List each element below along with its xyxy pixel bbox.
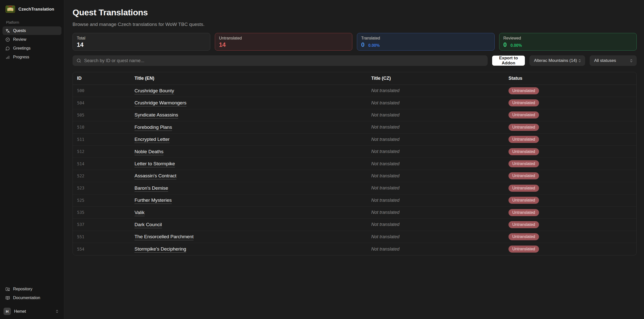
status-badge: Untranslated <box>509 221 539 228</box>
table-row[interactable]: 500 Crushridge Bounty Not translated Unt… <box>73 85 636 97</box>
sidebar-item-label: Greetings <box>13 46 30 51</box>
quest-title-cz: Not translated <box>371 234 509 240</box>
status-badge: Untranslated <box>509 246 539 253</box>
chevrons-up-down-icon <box>55 309 59 313</box>
quest-title-link[interactable]: Foreboding Plans <box>134 125 172 130</box>
stat-value: 14 <box>219 41 226 48</box>
table-row[interactable]: 554 Stormpike's Deciphering Not translat… <box>73 243 636 255</box>
quest-id: 535 <box>77 210 134 215</box>
stat-label: Total <box>77 36 206 41</box>
quest-title-cz: Not translated <box>371 137 509 142</box>
quest-id: 537 <box>77 222 134 227</box>
search-box[interactable] <box>73 55 488 66</box>
status-badge: Untranslated <box>509 160 539 167</box>
quest-title-cz: Not translated <box>371 125 509 130</box>
quest-title-link[interactable]: Baron's Demise <box>134 185 168 191</box>
stat-percent: 0.00% <box>368 43 380 48</box>
quest-title-link[interactable]: Dark Council <box>134 222 162 227</box>
main-content: Quest Translations Browse and manage Cze… <box>64 0 644 319</box>
status-badge: Untranslated <box>509 233 539 240</box>
table-row[interactable]: 523 Baron's Demise Not translated Untran… <box>73 182 636 194</box>
quest-title-cz: Not translated <box>371 88 509 93</box>
quest-id: 522 <box>77 174 134 178</box>
table-header-row: ID Title (EN) Title (CZ) Status <box>73 72 636 85</box>
sidebar-item-label: Review <box>13 37 26 42</box>
sidebar-item-documentation[interactable]: Documentation <box>3 294 61 302</box>
app-logo-icon <box>6 6 15 13</box>
quest-id: 505 <box>77 113 134 117</box>
table-row[interactable]: 511 Encrypted Letter Not translated Untr… <box>73 134 636 146</box>
controls-row: Export to Addon Alterac Mountains (14) A… <box>73 55 637 66</box>
quest-id: 523 <box>77 186 134 190</box>
quest-title-link[interactable]: Encrypted Letter <box>134 137 170 142</box>
sidebar-item-label: Documentation <box>13 296 40 300</box>
zone-filter-select[interactable]: Alterac Mountains (14) <box>529 55 585 66</box>
quest-id: 500 <box>77 88 134 93</box>
sidebar-item-label: Repository <box>13 287 32 291</box>
export-to-addon-button[interactable]: Export to Addon <box>492 56 525 66</box>
sidebar-footer-nav: Repository Documentation <box>3 285 61 302</box>
table-row[interactable]: 512 Noble Deaths Not translated Untransl… <box>73 146 636 158</box>
search-icon <box>77 58 81 63</box>
status-badge: Untranslated <box>509 136 539 143</box>
sidebar-item-progress[interactable]: Progress <box>3 53 61 61</box>
status-badge: Untranslated <box>509 99 539 106</box>
user-menu[interactable]: H Hemet <box>3 306 61 315</box>
quest-title-link[interactable]: Further Mysteries <box>134 197 172 203</box>
user-name: Hemet <box>14 309 52 314</box>
table-row[interactable]: 535 Valik Not translated Untranslated <box>73 207 636 219</box>
table-row[interactable]: 505 Syndicate Assassins Not translated U… <box>73 109 636 121</box>
quest-title-link[interactable]: The Ensorcelled Parchment <box>134 234 193 239</box>
table-row[interactable]: 514 Letter to Stormpike Not translated U… <box>73 158 636 170</box>
stat-card-reviewed: Reviewed 0 0.00% <box>499 33 637 51</box>
table-row[interactable]: 510 Foreboding Plans Not translated Untr… <box>73 121 636 133</box>
column-header-title-cz: Title (CZ) <box>371 76 509 81</box>
sidebar-item-repository[interactable]: Repository <box>3 285 61 293</box>
stat-card-untranslated: Untranslated 14 <box>215 33 353 51</box>
quest-id: 554 <box>77 247 134 252</box>
quest-title-link[interactable]: Syndicate Assassins <box>134 112 178 117</box>
quest-title-cz: Not translated <box>371 149 509 154</box>
stat-value: 0 <box>503 41 507 48</box>
quest-title-cz: Not translated <box>371 173 509 179</box>
status-filter-select[interactable]: All statuses <box>590 55 637 66</box>
search-input[interactable] <box>84 58 484 63</box>
quest-title-link[interactable]: Noble Deaths <box>134 149 163 154</box>
stat-label: Reviewed <box>503 36 633 41</box>
quest-id: 514 <box>77 162 134 166</box>
column-header-status: Status <box>509 76 632 81</box>
quest-id: 510 <box>77 125 134 130</box>
table-row[interactable]: 504 Crushridge Warmongers Not translated… <box>73 97 636 109</box>
sidebar-item-label: Quests <box>13 28 26 33</box>
quest-title-link[interactable]: Crushridge Bounty <box>134 88 174 93</box>
stat-value: 14 <box>77 41 84 48</box>
zone-filter-value: Alterac Mountains (14) <box>534 58 577 63</box>
sidebar-item-review[interactable]: Review <box>3 35 61 44</box>
table-body: 500 Crushridge Bounty Not translated Unt… <box>73 85 636 255</box>
table-row[interactable]: 525 Further Mysteries Not translated Unt… <box>73 194 636 207</box>
status-badge: Untranslated <box>509 111 539 118</box>
table-row[interactable]: 522 Assassin's Contract Not translated U… <box>73 170 636 182</box>
quest-title-link[interactable]: Stormpike's Deciphering <box>134 246 186 252</box>
quest-title-link[interactable]: Letter to Stormpike <box>134 161 175 166</box>
status-filter-value: All statuses <box>594 58 616 63</box>
table-row[interactable]: 537 Dark Council Not translated Untransl… <box>73 219 636 231</box>
quest-title-link[interactable]: Valik <box>134 210 145 215</box>
column-header-id: ID <box>77 76 134 81</box>
status-badge: Untranslated <box>509 148 539 155</box>
brand: CzechTranslation <box>3 5 61 14</box>
status-badge: Untranslated <box>509 185 539 192</box>
status-badge: Untranslated <box>509 87 539 94</box>
status-badge: Untranslated <box>509 197 539 204</box>
quest-id: 525 <box>77 198 134 203</box>
quest-title-link[interactable]: Assassin's Contract <box>134 173 176 178</box>
stat-label: Translated <box>361 36 490 41</box>
sidebar: CzechTranslation Platform Quests Review … <box>0 0 64 319</box>
sidebar-item-quests[interactable]: Quests <box>3 26 61 35</box>
quest-title-link[interactable]: Crushridge Warmongers <box>134 100 186 105</box>
book-open-icon <box>6 296 10 300</box>
stat-label: Untranslated <box>219 36 348 41</box>
sidebar-section-label: Platform <box>6 20 61 24</box>
table-row[interactable]: 551 The Ensorcelled Parchment Not transl… <box>73 231 636 243</box>
sidebar-item-greetings[interactable]: Greetings <box>3 44 61 53</box>
